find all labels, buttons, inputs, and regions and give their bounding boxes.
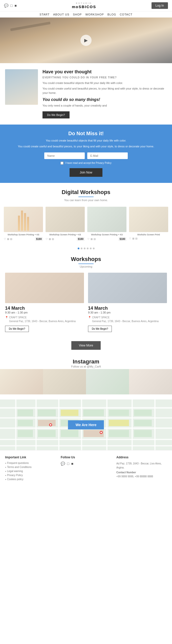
upcoming-subtitle: Upcoming — [5, 265, 167, 268]
about-text: Have you ever thought EVERYTHING YOU COU… — [42, 69, 167, 118]
cart-icon-2[interactable]: ⊞ — [49, 238, 51, 240]
footer-grid: Important Link Frequent questions Terms … — [5, 456, 167, 482]
cart-icon-4[interactable]: ⊞ — [132, 237, 134, 240]
svg-rect-13 — [18, 410, 33, 416]
svg-rect-20 — [38, 420, 56, 426]
upcoming-day-1: 14 March — [5, 306, 84, 311]
about-image — [5, 69, 38, 105]
upcoming-card-2: 14 March 9:30 am - 1:30 pm 📍 CRAFT SPACE… — [88, 273, 167, 332]
footer-chat-icon[interactable]: 💬 — [61, 462, 65, 466]
cta-form — [8, 152, 164, 159]
svg-rect-11 — [132, 399, 133, 450]
cta-para1: You could create beautiful objects that … — [8, 138, 164, 143]
ig-img-2[interactable] — [43, 369, 86, 394]
nav-workshop[interactable]: WORKSHOP — [85, 13, 104, 16]
heart-icon-3[interactable]: ♡ — [87, 238, 90, 240]
logo-top: ESTUDIO — [72, 2, 96, 5]
carousel-dots — [0, 246, 172, 253]
nav-blog[interactable]: BLOG — [108, 13, 116, 16]
chat-icon[interactable]: 💬 — [4, 4, 8, 8]
upcoming-venue-name-2: CRAFT SPACE — [92, 316, 159, 319]
upcoming-cta-1[interactable]: Do We Begin? — [5, 326, 29, 332]
dot-4[interactable] — [87, 248, 89, 249]
footer-link-5[interactable]: Cookies policy — [5, 478, 56, 481]
navbar: 💬 □ ■ ESTUDIO moSBICOS Log In — [0, 0, 172, 11]
bag-icon-2[interactable]: ⊟ — [52, 238, 54, 240]
footer-link-4[interactable]: Privacy Policy — [5, 474, 56, 477]
view-more-button[interactable]: View More — [71, 341, 101, 350]
about-cta-button[interactable]: Do We Begin? — [42, 111, 70, 118]
bag-icon[interactable]: ⊟ — [10, 238, 12, 240]
cta-para2: You could create useful and beautiful pi… — [8, 144, 164, 149]
svg-rect-29 — [109, 430, 129, 437]
workshop-price-2: $180 — [77, 237, 85, 241]
ig-img-3[interactable] — [86, 369, 129, 394]
footer-address-heading: Address — [116, 456, 167, 459]
footer-link-1[interactable]: Frequent questions — [5, 462, 56, 464]
footer-contact-heading: Contact Number — [116, 471, 136, 474]
workshop-card-1: Workshop Screen Printing + Kit ♡ ⊞ ⊟ $18… — [4, 207, 43, 242]
bag-icon-3[interactable]: ⊟ — [94, 238, 96, 240]
upcoming-address-1: General Paz, 1739, 1643 - Beccar, Buenos… — [9, 319, 76, 323]
dw-heading: Digital Workshops — [0, 189, 172, 196]
privacy-checkbox[interactable] — [60, 162, 63, 165]
upcoming-venue-name-1: CRAFT SPACE — [9, 316, 76, 319]
dot-5[interactable] — [90, 248, 92, 249]
footer-instagram-icon[interactable]: □ — [67, 462, 69, 466]
footer-link-2[interactable]: Terms and Conditions — [5, 466, 56, 468]
workshop-card-2: Workshop Screen Printing + Kit ♡ ⊞ ⊟ $18… — [46, 207, 85, 242]
cta-heading: Do Not Miss it! — [8, 131, 164, 136]
instagram-icon[interactable]: □ — [10, 4, 12, 8]
workshop-actions-4: ♡ ⊞ ⊟ — [129, 237, 168, 240]
upcoming-card-img-1 — [5, 273, 84, 303]
footer-link-3[interactable]: Legal warning — [5, 470, 56, 473]
footer-facebook-icon[interactable]: ■ — [71, 462, 73, 466]
email-input[interactable] — [87, 152, 128, 159]
name-input[interactable] — [44, 152, 85, 159]
about-para3: You only need a couple of hands, your cr… — [42, 103, 167, 108]
svg-rect-16 — [83, 410, 104, 416]
upcoming-address-2: General Paz, 1739, 1643 - Beccar, Buenos… — [92, 319, 159, 323]
play-button[interactable]: ▶ — [80, 35, 92, 46]
cart-icon[interactable]: ⊞ — [7, 238, 9, 240]
ig-heading: Instagram — [0, 358, 172, 365]
nav-about[interactable]: ABOUT US — [53, 13, 69, 16]
bag-icon-4[interactable]: ⊟ — [135, 237, 137, 240]
dot-1[interactable] — [78, 248, 79, 249]
svg-rect-27 — [61, 430, 78, 437]
heart-icon-4[interactable]: ♡ — [129, 237, 131, 240]
svg-point-32 — [50, 424, 51, 426]
footer-follow-heading: Follow Us — [61, 456, 111, 459]
dot-2[interactable] — [81, 248, 82, 249]
privacy-checkbox-row: I have read and accept the Privacy Polic… — [8, 162, 164, 165]
view-more-section: View More — [0, 337, 172, 356]
dot-3[interactable] — [84, 248, 85, 249]
workshop-label-1: Workshop Screen Printing + Kit — [4, 233, 43, 236]
ig-img-1[interactable] — [0, 369, 43, 394]
cart-icon-3[interactable]: ⊞ — [91, 238, 93, 240]
footer-phone: +99 9999 9999, +99 88888 8888 — [116, 475, 167, 479]
footer-addr-text: Ad Paz. 1739, 1643 - Beccar, Livo Aires,… — [116, 462, 167, 470]
workshop-price-3: $180 — [118, 237, 126, 241]
svg-rect-1 — [0, 407, 172, 409]
footer-address-col: Address Ad Paz. 1739, 1643 - Beccar, Liv… — [116, 456, 167, 482]
facebook-icon[interactable]: ■ — [14, 4, 16, 8]
join-button[interactable]: Join Now — [70, 168, 102, 177]
dw-underline — [78, 197, 94, 197]
upcoming-heading: Workshops — [5, 256, 167, 263]
dot-6[interactable] — [93, 248, 95, 249]
map-background: We Are Here — [0, 399, 172, 450]
heart-icon-2[interactable]: ♡ — [46, 238, 48, 240]
ig-img-4[interactable] — [129, 369, 172, 394]
upcoming-section: Workshops Upcoming 14 March 9:30 am - 1:… — [0, 253, 172, 337]
upcoming-cta-2[interactable]: Do We Begin? — [88, 326, 112, 332]
login-button[interactable]: Log In — [152, 2, 168, 9]
nav-start[interactable]: START — [39, 13, 50, 16]
nav-shop[interactable]: SHOP — [73, 13, 82, 16]
footer-important-links: Important Link Frequent questions Terms … — [5, 456, 56, 482]
workshop-label-4: Worksho Screen Printi — [129, 233, 168, 236]
digital-workshops-title: Digital Workshops You can learn from you… — [0, 183, 172, 203]
nav-contact[interactable]: COTACT — [120, 13, 132, 16]
workshop-actions-1: ♡ ⊞ ⊟ $180 — [4, 237, 43, 241]
heart-icon[interactable]: ♡ — [4, 238, 6, 240]
